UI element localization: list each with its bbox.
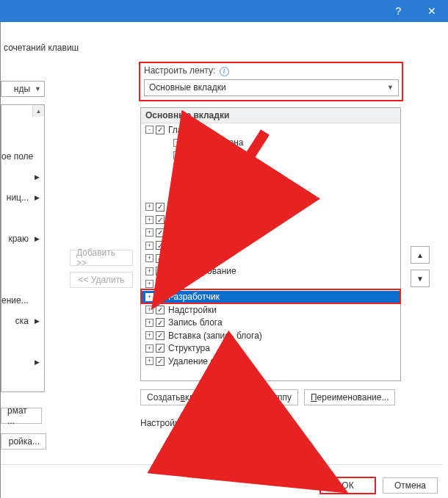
expand-icon[interactable]: + bbox=[145, 228, 153, 237]
tree-row[interactable]: -Главная bbox=[141, 123, 400, 137]
expand-icon[interactable]: + bbox=[145, 267, 153, 275]
expand-icon[interactable]: + bbox=[145, 242, 153, 250]
info-icon[interactable]: i bbox=[220, 67, 229, 76]
expand-icon[interactable]: + bbox=[173, 139, 181, 147]
format-button[interactable]: рмат ... bbox=[1, 408, 42, 424]
tree-row[interactable]: +Запись блога bbox=[141, 317, 400, 330]
checkbox[interactable] bbox=[156, 344, 165, 353]
expand-icon[interactable]: + bbox=[145, 306, 153, 314]
list-item[interactable]: ое поле bbox=[1, 146, 44, 167]
tree-row-label: Буфер обмена bbox=[184, 137, 244, 148]
checkbox[interactable] bbox=[156, 254, 165, 263]
tree-row[interactable]: +Структура bbox=[141, 342, 400, 356]
left-combo[interactable]: нды ▼ bbox=[1, 81, 45, 97]
checkbox[interactable] bbox=[156, 241, 165, 250]
tree-row[interactable]: +Абзац bbox=[141, 162, 400, 176]
tree-row-label: Структура bbox=[168, 343, 210, 353]
close-button[interactable]: ✕ bbox=[415, 0, 448, 22]
new-tab-button[interactable]: Создать вкладку bbox=[140, 389, 219, 405]
list-item[interactable] bbox=[1, 249, 44, 270]
reset-button[interactable]: Сброс ▼ bbox=[193, 415, 245, 431]
tree-row[interactable]: +Рецензирование bbox=[141, 265, 400, 278]
expand-icon[interactable]: + bbox=[145, 357, 153, 365]
ribbon-scope-value: Основные вкладки bbox=[149, 82, 383, 93]
expand-icon[interactable]: + bbox=[145, 203, 153, 211]
list-item[interactable] bbox=[1, 331, 44, 352]
tree-row[interactable]: +Шрифт bbox=[141, 149, 400, 162]
checkbox[interactable] bbox=[156, 215, 165, 224]
customize-button[interactable]: ройка... bbox=[1, 433, 46, 450]
list-item[interactable]: краю▶ bbox=[1, 228, 44, 249]
ok-button[interactable]: ОК bbox=[320, 477, 375, 494]
checkbox[interactable] bbox=[156, 306, 165, 314]
tree-row[interactable]: +Дизайн bbox=[141, 214, 400, 227]
checkbox[interactable] bbox=[156, 280, 165, 289]
submenu-arrow-icon: ▶ bbox=[35, 194, 40, 201]
move-up-button[interactable]: ▲ bbox=[411, 246, 430, 264]
remove-button[interactable]: << Удалить bbox=[70, 272, 133, 288]
tree-row[interactable]: +Буфер обмена bbox=[141, 137, 400, 150]
tree-row[interactable]: +Удаление фона bbox=[141, 355, 400, 368]
list-item[interactable]: ▶ bbox=[1, 167, 44, 187]
tree-row[interactable]: +Рассылки bbox=[141, 252, 400, 265]
import-export-button[interactable]: Импорт и экспорт ▼ bbox=[199, 437, 297, 453]
tree-row[interactable]: +Разработчик bbox=[141, 291, 400, 304]
expand-icon[interactable]: + bbox=[145, 280, 153, 288]
checkbox[interactable] bbox=[156, 331, 165, 340]
tree-row[interactable]: +Стили bbox=[141, 175, 400, 188]
tree-row-label: Рассылки bbox=[168, 253, 208, 264]
expand-icon[interactable]: + bbox=[145, 254, 153, 262]
help-button[interactable]: ? bbox=[382, 0, 415, 22]
expand-icon[interactable]: + bbox=[145, 293, 153, 301]
rename-button[interactable]: Переименование... bbox=[304, 389, 396, 405]
checkbox[interactable] bbox=[156, 318, 165, 327]
tree-row-label: Шрифт bbox=[184, 151, 212, 161]
tree-row[interactable]: +Вставка (запись блога) bbox=[141, 329, 400, 342]
list-item[interactable]: ниц...▶ bbox=[1, 187, 44, 208]
tree-row[interactable]: +Макет bbox=[141, 226, 400, 239]
ribbon-scope-combo[interactable]: Основные вкладки ▼ bbox=[144, 79, 399, 96]
configure-ribbon-label: Настроить ленту: bbox=[144, 65, 215, 76]
list-item[interactable] bbox=[1, 126, 44, 146]
scrollbar-up-icon[interactable]: ▲ bbox=[32, 105, 44, 117]
checkbox[interactable] bbox=[156, 267, 165, 275]
tree-row[interactable]: +Ссылки bbox=[141, 239, 400, 253]
tree-row-label: Абзац bbox=[184, 163, 209, 173]
move-down-button[interactable]: ▼ bbox=[411, 270, 430, 287]
expand-icon[interactable]: + bbox=[173, 190, 181, 198]
tree-row[interactable]: +Вид bbox=[141, 278, 400, 291]
checkbox[interactable] bbox=[156, 203, 165, 212]
checkbox[interactable] bbox=[156, 357, 165, 366]
checkbox[interactable] bbox=[156, 126, 165, 134]
checkbox[interactable] bbox=[156, 228, 165, 237]
tree-row-label: Удаление фона bbox=[168, 356, 232, 367]
dialog-body: сочетаний клавиш нды ▼ ▲ ое поле▶ниц...▶… bbox=[0, 22, 448, 498]
checkbox[interactable] bbox=[156, 292, 165, 301]
info-icon[interactable]: i bbox=[254, 419, 264, 428]
expand-icon[interactable]: + bbox=[145, 216, 153, 224]
list-item[interactable]: ▶ bbox=[1, 352, 44, 372]
tree-row[interactable]: +Вставка bbox=[141, 201, 400, 214]
left-combo-label: нды bbox=[4, 84, 30, 94]
list-item[interactable] bbox=[1, 208, 44, 228]
tree-row[interactable]: +Редактирование bbox=[141, 188, 400, 201]
tree-row-label: Вставка (запись блога) bbox=[168, 331, 262, 341]
tree-row[interactable]: +Надстройки bbox=[141, 303, 400, 317]
list-item[interactable]: ение... bbox=[1, 290, 44, 311]
expand-icon[interactable]: + bbox=[145, 319, 153, 327]
cancel-button[interactable]: Отмена bbox=[383, 477, 438, 494]
expand-icon[interactable]: + bbox=[173, 151, 181, 159]
expand-icon[interactable]: - bbox=[145, 126, 153, 134]
ribbon-tabs-tree[interactable]: Основные вкладки -Главная+Буфер обмена+Ш… bbox=[140, 107, 401, 381]
list-item[interactable] bbox=[1, 270, 44, 290]
expand-icon[interactable]: + bbox=[145, 331, 153, 339]
info-icon[interactable]: i bbox=[303, 441, 313, 450]
tree-row-label: Макет bbox=[168, 228, 193, 238]
expand-icon[interactable]: + bbox=[145, 344, 153, 353]
expand-icon[interactable]: + bbox=[173, 165, 181, 173]
new-group-button[interactable]: Создать группу bbox=[225, 389, 298, 405]
left-commands-listbox[interactable]: ▲ ое поле▶ниц...▶краю▶ение...ска▶▶ bbox=[1, 104, 45, 392]
add-button[interactable]: Добавить >> bbox=[70, 250, 133, 266]
list-item[interactable]: ска▶ bbox=[1, 311, 44, 331]
expand-icon[interactable]: + bbox=[173, 177, 181, 185]
